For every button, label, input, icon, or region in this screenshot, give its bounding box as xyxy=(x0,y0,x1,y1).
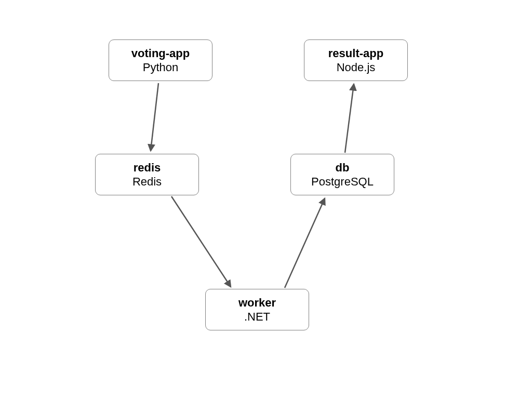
node-result-app: result-app Node.js xyxy=(304,39,408,81)
node-db: db PostgreSQL xyxy=(290,154,394,195)
node-title: voting-app xyxy=(131,46,190,61)
node-worker: worker .NET xyxy=(205,289,309,330)
node-voting-app: voting-app Python xyxy=(109,39,212,81)
node-redis: redis Redis xyxy=(95,154,199,195)
diagram-arrows xyxy=(0,0,532,399)
node-subtitle: .NET xyxy=(244,310,270,324)
node-subtitle: Redis xyxy=(132,175,162,189)
node-title: db xyxy=(336,161,350,175)
node-title: result-app xyxy=(328,46,383,61)
node-title: worker xyxy=(238,296,276,310)
edge-db-to-result-app xyxy=(345,84,354,153)
edge-worker-to-db xyxy=(285,198,325,288)
edge-voting-app-to-redis xyxy=(151,83,158,151)
node-title: redis xyxy=(134,161,161,175)
node-subtitle: PostgreSQL xyxy=(311,175,374,189)
node-subtitle: Python xyxy=(143,60,179,75)
edge-redis-to-worker xyxy=(171,196,231,287)
node-subtitle: Node.js xyxy=(337,60,376,75)
